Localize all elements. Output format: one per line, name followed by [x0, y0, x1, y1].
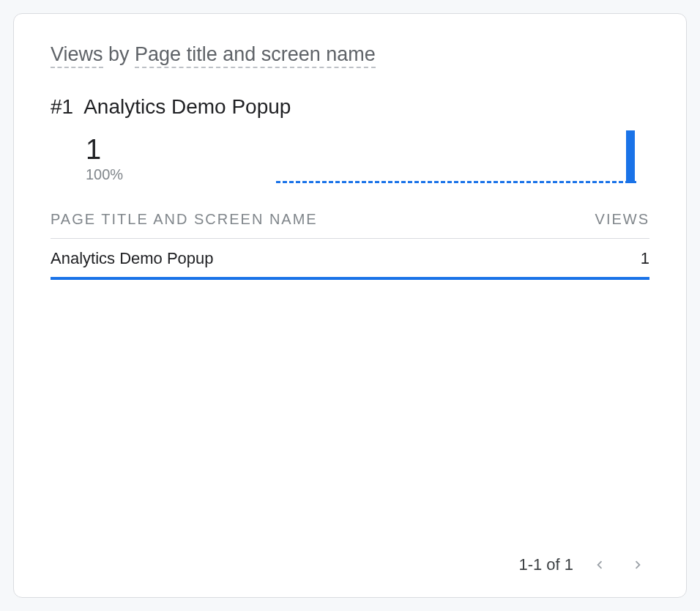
- row-views: 1: [641, 249, 649, 268]
- metric-label[interactable]: Views: [51, 43, 103, 68]
- stats-row: 1 100%: [51, 125, 649, 183]
- row-name: Analytics Demo Popup: [51, 249, 214, 268]
- analytics-card: Views by Page title and screen name #1 A…: [13, 13, 687, 598]
- chevron-left-icon: [592, 557, 608, 573]
- stat-value: 1: [86, 136, 144, 163]
- table-row[interactable]: Analytics Demo Popup 1: [51, 239, 649, 280]
- prev-page-button[interactable]: [588, 553, 611, 577]
- next-page-button[interactable]: [626, 553, 649, 577]
- highlight-name: Analytics Demo Popup: [83, 95, 291, 119]
- column-header-metric: VIEWS: [595, 211, 649, 228]
- chevron-right-icon: [630, 557, 646, 573]
- dimension-label[interactable]: Page title and screen name: [135, 43, 376, 68]
- stat-percent: 100%: [86, 166, 144, 183]
- stats-block: 1 100%: [86, 136, 144, 183]
- sparkline-bar: [626, 130, 635, 183]
- pagination: 1-1 of 1: [518, 553, 649, 577]
- highlight-rank: #1: [51, 95, 73, 119]
- card-title: Views by Page title and screen name: [51, 43, 649, 66]
- highlight-row: #1 Analytics Demo Popup: [51, 95, 649, 119]
- sparkline-baseline: [276, 181, 636, 183]
- sparkline-chart: [276, 125, 649, 183]
- data-table: PAGE TITLE AND SCREEN NAME VIEWS Analyti…: [51, 211, 649, 280]
- table-header: PAGE TITLE AND SCREEN NAME VIEWS: [51, 211, 649, 239]
- pagination-label: 1-1 of 1: [518, 555, 573, 574]
- column-header-dimension: PAGE TITLE AND SCREEN NAME: [51, 211, 318, 228]
- title-separator: by: [103, 43, 135, 65]
